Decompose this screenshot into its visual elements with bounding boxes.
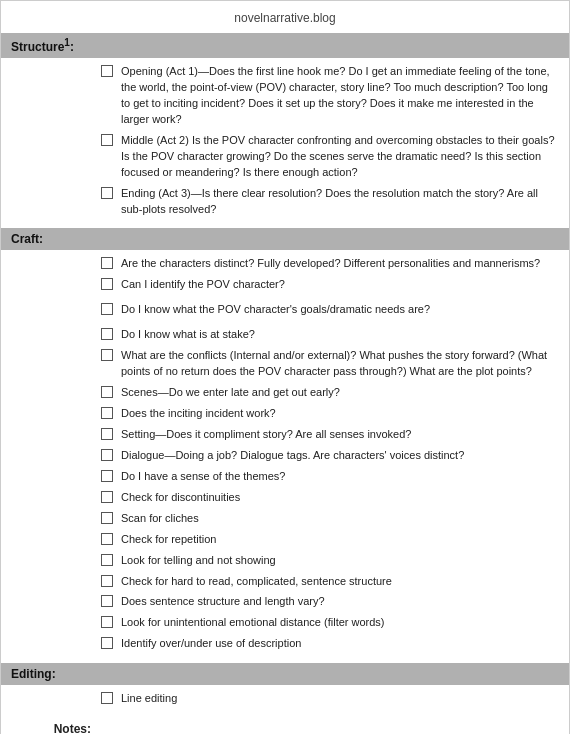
checkbox[interactable] xyxy=(101,470,113,482)
structure-label: Structure1: xyxy=(11,40,74,54)
list-item: Check for hard to read, complicated, sen… xyxy=(101,574,559,590)
list-item: Check for discontinuities xyxy=(101,490,559,506)
checkbox[interactable] xyxy=(101,328,113,340)
item-text: Setting—Does it compliment story? Are al… xyxy=(121,427,559,443)
checkbox[interactable] xyxy=(101,187,113,199)
checkbox[interactable] xyxy=(101,428,113,440)
item-text: Middle (Act 2) Is the POV character conf… xyxy=(121,133,559,181)
checkbox[interactable] xyxy=(101,303,113,315)
checkbox[interactable] xyxy=(101,407,113,419)
list-item: Opening (Act 1)—Does the first line hook… xyxy=(101,64,559,128)
list-item: Middle (Act 2) Is the POV character conf… xyxy=(101,133,559,181)
list-item: Setting—Does it compliment story? Are al… xyxy=(101,427,559,443)
structure-section-header: Structure1: xyxy=(1,33,569,58)
item-text: Scan for cliches xyxy=(121,511,559,527)
editing-content: Line editing xyxy=(1,685,569,718)
craft-label: Craft: xyxy=(11,232,43,246)
item-text: Line editing xyxy=(121,691,559,707)
checkbox[interactable] xyxy=(101,637,113,649)
notes-label: Notes: xyxy=(11,722,101,734)
checkbox[interactable] xyxy=(101,692,113,704)
list-item: Do I know what is at stake? xyxy=(101,327,559,343)
page: novelnarrative.blog Structure1: Opening … xyxy=(0,0,570,734)
checkbox[interactable] xyxy=(101,278,113,290)
item-text: Check for hard to read, complicated, sen… xyxy=(121,574,559,590)
item-text: Are the characters distinct? Fully devel… xyxy=(121,256,559,272)
list-item: Dialogue—Doing a job? Dialogue tags. Are… xyxy=(101,448,559,464)
list-item: Scan for cliches xyxy=(101,511,559,527)
checkbox[interactable] xyxy=(101,595,113,607)
craft-content: Are the characters distinct? Fully devel… xyxy=(1,250,569,663)
structure-section: Structure1: Opening (Act 1)—Does the fir… xyxy=(1,33,569,228)
item-text: Do I have a sense of the themes? xyxy=(121,469,559,485)
checkbox[interactable] xyxy=(101,349,113,361)
checkbox[interactable] xyxy=(101,65,113,77)
item-text: Opening (Act 1)—Does the first line hook… xyxy=(121,64,559,128)
site-url: novelnarrative.blog xyxy=(234,11,335,25)
item-text: Scenes—Do we enter late and get out earl… xyxy=(121,385,559,401)
checkbox[interactable] xyxy=(101,134,113,146)
list-item: Are the characters distinct? Fully devel… xyxy=(101,256,559,272)
list-item: Do I know what the POV character's goals… xyxy=(101,302,559,318)
checkbox[interactable] xyxy=(101,554,113,566)
item-text: Does the inciting incident work? xyxy=(121,406,559,422)
item-text: Check for repetition xyxy=(121,532,559,548)
list-item: Line editing xyxy=(101,691,559,707)
item-text: Identify over/under use of description xyxy=(121,636,559,652)
notes-row: Notes: xyxy=(1,718,569,734)
item-text: Can I identify the POV character? xyxy=(121,277,559,293)
checkbox[interactable] xyxy=(101,575,113,587)
editing-label: Editing: xyxy=(11,667,56,681)
list-item: Check for repetition xyxy=(101,532,559,548)
item-text: Do I know what the POV character's goals… xyxy=(121,302,559,318)
editing-section: Editing: Line editing xyxy=(1,663,569,718)
craft-section: Craft: Are the characters distinct? Full… xyxy=(1,228,569,663)
list-item: Look for unintentional emotional distanc… xyxy=(101,615,559,631)
item-text: Look for telling and not showing xyxy=(121,553,559,569)
item-text: Check for discontinuities xyxy=(121,490,559,506)
checkbox[interactable] xyxy=(101,257,113,269)
checkbox[interactable] xyxy=(101,386,113,398)
craft-section-header: Craft: xyxy=(1,228,569,250)
list-item: Do I have a sense of the themes? xyxy=(101,469,559,485)
checkbox[interactable] xyxy=(101,491,113,503)
structure-content: Opening (Act 1)—Does the first line hook… xyxy=(1,58,569,228)
list-item: Does the inciting incident work? xyxy=(101,406,559,422)
checkbox[interactable] xyxy=(101,616,113,628)
list-item: Can I identify the POV character? xyxy=(101,277,559,293)
editing-section-header: Editing: xyxy=(1,663,569,685)
list-item: Look for telling and not showing xyxy=(101,553,559,569)
list-item: Scenes—Do we enter late and get out earl… xyxy=(101,385,559,401)
list-item: What are the conflicts (Internal and/or … xyxy=(101,348,559,380)
item-text: Ending (Act 3)—Is there clear resolution… xyxy=(121,186,559,218)
item-text: Dialogue—Doing a job? Dialogue tags. Are… xyxy=(121,448,559,464)
checkbox[interactable] xyxy=(101,533,113,545)
item-text: Does sentence structure and length vary? xyxy=(121,594,559,610)
list-item: Does sentence structure and length vary? xyxy=(101,594,559,610)
item-text: What are the conflicts (Internal and/or … xyxy=(121,348,559,380)
checkbox[interactable] xyxy=(101,449,113,461)
list-item: Identify over/under use of description xyxy=(101,636,559,652)
list-item: Ending (Act 3)—Is there clear resolution… xyxy=(101,186,559,218)
item-text: Do I know what is at stake? xyxy=(121,327,559,343)
item-text: Look for unintentional emotional distanc… xyxy=(121,615,559,631)
checkbox[interactable] xyxy=(101,512,113,524)
site-header: novelnarrative.blog xyxy=(1,1,569,33)
